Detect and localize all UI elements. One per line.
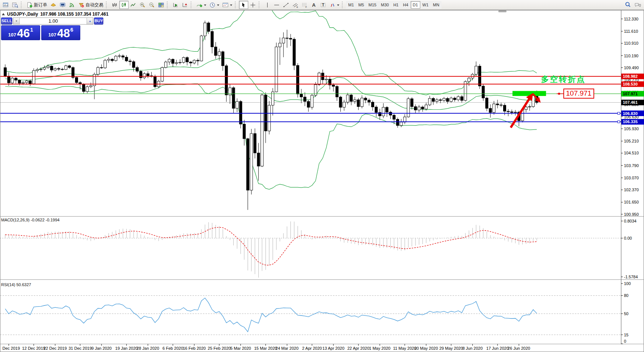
volume-decrease-button[interactable]: ▼ [13,18,20,24]
chevron-down-icon [337,4,339,7]
line-chart-button[interactable] [129,1,138,9]
cursor-button[interactable] [239,1,248,9]
templates-icon [222,2,229,8]
svg-text:105.210: 105.210 [624,139,639,143]
timeframe-mn-button[interactable]: MN [431,1,441,9]
sell-price-display[interactable]: 107461 [1,25,40,40]
price-axis[interactable]: 112.330111.610110.910110.190109.490108.7… [618,17,644,217]
macd-histogram [5,221,537,278]
sell-button[interactable]: SELL [1,17,12,25]
svg-text:0.00: 0.00 [624,236,632,240]
auto-trading-button[interactable]: 自动交易 [77,1,105,9]
metaeditor-button[interactable] [49,1,58,9]
zoom-out-icon [149,2,155,8]
zoom-in-button[interactable] [138,1,147,9]
macd-axis: 0.80340.00-1.5784 [621,219,638,279]
signals-button[interactable] [67,1,77,9]
svg-text:100.950: 100.950 [624,212,639,217]
text-button[interactable]: A [309,1,318,9]
buy-label: BUY [94,19,103,24]
svg-text:5 Mar 2020: 5 Mar 2020 [230,346,251,351]
svg-text:80: 80 [624,293,628,298]
new-order-label: 新订单 [34,2,47,8]
line-handle[interactable] [618,121,620,123]
indicators-button[interactable] [195,1,208,9]
search-icon [625,1,631,8]
tile-windows-button[interactable] [156,1,166,9]
profiles-button[interactable] [10,1,20,9]
volume-increase-button[interactable]: ▲ [87,18,93,24]
line-handle[interactable] [618,112,620,115]
sell-price-figure: 107 [8,32,16,38]
svg-text:0: 0 [624,339,626,343]
cursor-icon [240,2,247,8]
bar-chart-icon [111,2,118,8]
one-click-trading-panel: SELL ▼ ▲ BUY 107461 107486 [1,17,80,40]
svg-text:28 Jan 2020: 28 Jan 2020 [137,346,159,351]
highlight-rectangle[interactable] [512,91,546,96]
periods-button[interactable] [208,1,221,9]
horizontal-line-icon [274,2,280,8]
timeframe-h1-button[interactable]: H1 [391,1,401,9]
community-button[interactable] [633,1,643,9]
toolbar-separator [259,1,261,8]
channel-button[interactable]: E [291,1,300,9]
svg-text:110.190: 110.190 [624,54,638,58]
macd-signal-line [5,227,537,265]
trendline-button[interactable] [281,1,291,9]
volume-input[interactable] [20,18,87,24]
timeframe-h4-button[interactable]: H4 [401,1,410,9]
svg-text:106.335: 106.335 [623,119,638,124]
price-callout-label[interactable]: 107.971 [563,89,594,99]
fibonacci-button[interactable]: F [300,1,309,9]
toolbar-separator [342,1,344,8]
chart-scrollbar-thumb[interactable] [498,10,507,12]
vertical-line-button[interactable] [263,1,272,9]
svg-text:17 Jun 2020: 17 Jun 2020 [486,346,509,351]
svg-text:108.982: 108.982 [623,74,638,79]
auto-trading-label: 自动交易 [85,2,103,8]
terminal-button[interactable] [58,1,67,9]
crosshair-button[interactable] [248,1,258,9]
buy-price-pips: 48 [57,28,70,39]
horizontal-line-button[interactable] [272,1,281,9]
svg-text:105.930: 105.930 [624,127,639,131]
svg-text:103.070: 103.070 [624,176,639,180]
time-axis[interactable]: Dec 201912 Dec 201922 Dec 201931 Dec 201… [2,344,530,351]
search-button[interactable] [623,1,633,9]
timeframe-m5-button[interactable]: M5 [356,1,366,9]
candlestick-chart-button[interactable] [119,1,129,9]
chevron-down-icon [230,4,232,7]
new-order-button[interactable]: 新订单 [25,1,49,9]
signals-icon [69,2,75,8]
chart-shift-button[interactable] [180,1,190,9]
auto-scroll-icon [172,2,179,8]
toolbar-separator [235,1,237,8]
timeframe-m30-button[interactable]: M30 [379,1,391,9]
new-chart-button[interactable] [1,1,10,9]
svg-text:15: 15 [624,333,628,337]
buy-price-display[interactable]: 107486 [41,25,80,40]
svg-text:A: A [312,2,316,8]
bar-chart-button[interactable] [110,1,119,9]
svg-text:107.971: 107.971 [623,92,638,96]
auto-trading-icon [78,2,84,8]
arrows-button[interactable] [328,1,341,9]
timeframe-m1-button[interactable]: M1 [346,1,356,9]
zoom-out-button[interactable] [147,1,156,9]
timeframe-d1-button[interactable]: D1 [411,1,420,9]
auto-scroll-button[interactable] [171,1,180,9]
timeframe-m15-button[interactable]: M15 [366,1,379,9]
sell-price-point: 1 [30,27,33,33]
sell-price-pips: 46 [17,28,30,39]
templates-button[interactable] [221,1,234,9]
timeframe-w1-button[interactable]: W1 [420,1,431,9]
toolbar-separator [191,1,193,8]
turning-point-annotation[interactable]: 多空转折点 [541,74,586,84]
buy-button[interactable]: BUY [94,17,103,25]
new-order-icon [26,2,33,8]
svg-text:50: 50 [624,311,628,316]
svg-text:8 Jun 2020: 8 Jun 2020 [462,346,482,351]
text-label-button[interactable]: T [318,1,328,9]
callout-handle[interactable] [558,93,560,95]
